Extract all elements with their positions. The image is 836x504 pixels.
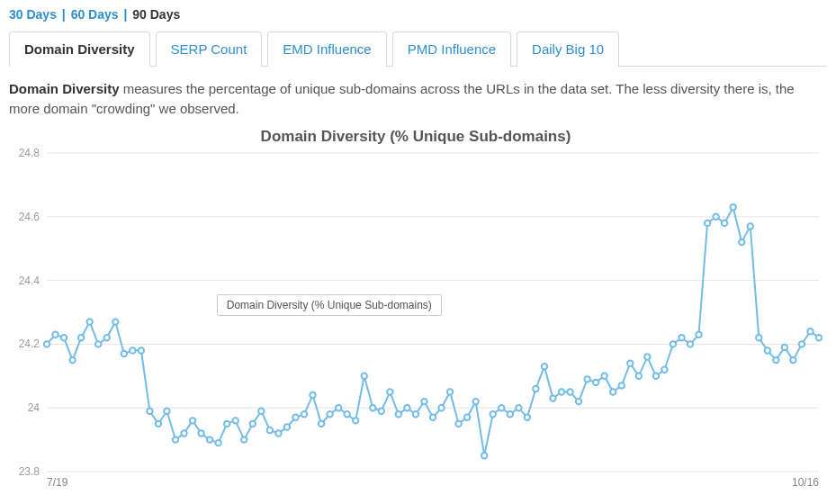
data-point — [353, 418, 358, 423]
data-point — [661, 366, 667, 372]
data-point — [696, 331, 701, 337]
desc-bold: Domain Diversity — [9, 81, 120, 96]
data-point — [619, 382, 625, 388]
tab-emd-influence[interactable]: EMD Influence — [267, 32, 386, 67]
data-point — [807, 328, 813, 334]
data-point — [730, 203, 735, 209]
data-point — [748, 223, 753, 229]
tab-pmd-influence[interactable]: PMD Influence — [392, 32, 511, 67]
data-point — [550, 395, 555, 400]
data-point — [267, 427, 273, 432]
legend-box: Domain Diversity (% Unique Sub-domains) — [217, 294, 442, 316]
range-option-60-days[interactable]: 60 Days — [71, 7, 119, 22]
data-point — [688, 341, 693, 346]
range-option-30-days[interactable]: 30 Days — [9, 7, 57, 22]
chart-title: Domain Diversity (% Unique Sub-domains) — [9, 128, 823, 146]
data-point — [121, 350, 127, 356]
chart-container: Domain Diversity (% Unique Sub-domains) … — [9, 128, 823, 490]
date-range-selector: 30 Days | 60 Days | 90 Days — [9, 7, 827, 22]
data-point — [773, 356, 778, 362]
data-point — [319, 420, 324, 426]
data-point — [508, 411, 513, 417]
data-point — [490, 411, 496, 417]
tab-domain-diversity[interactable]: Domain Diversity — [9, 32, 150, 67]
data-point — [301, 411, 307, 417]
data-point — [404, 405, 409, 410]
data-point — [653, 373, 659, 378]
data-point — [636, 373, 642, 378]
data-point — [284, 424, 290, 429]
data-point — [164, 408, 169, 413]
data-point — [69, 356, 75, 362]
data-point — [782, 344, 787, 349]
data-point — [112, 319, 118, 324]
data-point — [292, 414, 298, 419]
y-tick-label: 24.8 — [19, 148, 40, 159]
data-point — [387, 389, 392, 394]
data-point — [601, 373, 607, 378]
data-point — [679, 335, 684, 340]
y-tick-label: 24.2 — [19, 338, 40, 350]
data-point — [472, 398, 478, 403]
y-tick-label: 24.4 — [19, 274, 40, 286]
data-point — [447, 389, 453, 394]
data-point — [396, 411, 401, 417]
data-point — [362, 373, 367, 378]
data-point — [198, 430, 203, 436]
data-point — [421, 398, 427, 403]
data-point — [576, 398, 581, 403]
data-point — [790, 356, 796, 362]
data-point — [765, 347, 770, 353]
data-point — [533, 385, 538, 391]
tab-daily-big-10[interactable]: Daily Big 10 — [517, 32, 619, 67]
metric-tabs: Domain DiversitySERP CountEMD InfluenceP… — [9, 31, 827, 67]
data-point — [250, 420, 256, 426]
data-point — [722, 220, 727, 225]
data-point — [713, 213, 718, 219]
line-chart: 23.82424.224.424.624.87/1910/16 — [9, 148, 823, 490]
data-point — [104, 335, 110, 340]
data-point — [559, 389, 564, 394]
data-point — [156, 420, 161, 426]
data-point — [190, 418, 195, 423]
data-point — [130, 347, 135, 353]
range-separator: | — [121, 7, 131, 22]
data-point — [455, 420, 461, 426]
data-point — [627, 360, 633, 365]
data-point — [610, 389, 616, 394]
data-point — [739, 238, 744, 244]
data-point — [644, 354, 650, 359]
data-point — [481, 453, 487, 458]
x-start-label: 7/19 — [47, 476, 68, 489]
data-point — [816, 335, 822, 340]
tab-serp-count[interactable]: SERP Count — [156, 32, 263, 67]
data-point — [207, 436, 212, 442]
data-point — [241, 436, 247, 442]
data-point — [95, 341, 101, 346]
data-point — [78, 335, 84, 340]
data-point — [86, 319, 92, 324]
data-point — [430, 414, 436, 419]
tab-description: Domain Diversity measures the percentage… — [9, 79, 827, 119]
data-point — [542, 363, 547, 368]
y-tick-label: 24 — [28, 401, 40, 414]
data-point — [584, 376, 589, 382]
data-point — [310, 392, 315, 397]
data-point — [464, 414, 470, 419]
data-point — [147, 408, 152, 413]
data-point — [275, 430, 281, 436]
legend-label: Domain Diversity (% Unique Sub-domains) — [227, 299, 432, 311]
range-option-90-days: 90 Days — [132, 7, 180, 22]
data-point — [756, 335, 761, 340]
desc-text: measures the percentage of unique sub-do… — [9, 81, 795, 116]
range-separator: | — [58, 7, 69, 22]
data-point — [344, 411, 349, 417]
data-point — [593, 379, 598, 384]
data-point — [499, 405, 504, 410]
x-end-label: 10/16 — [792, 476, 819, 489]
data-point — [336, 405, 341, 410]
data-point — [44, 341, 49, 346]
data-point — [224, 420, 229, 426]
data-point — [181, 430, 186, 436]
data-point — [139, 347, 144, 353]
